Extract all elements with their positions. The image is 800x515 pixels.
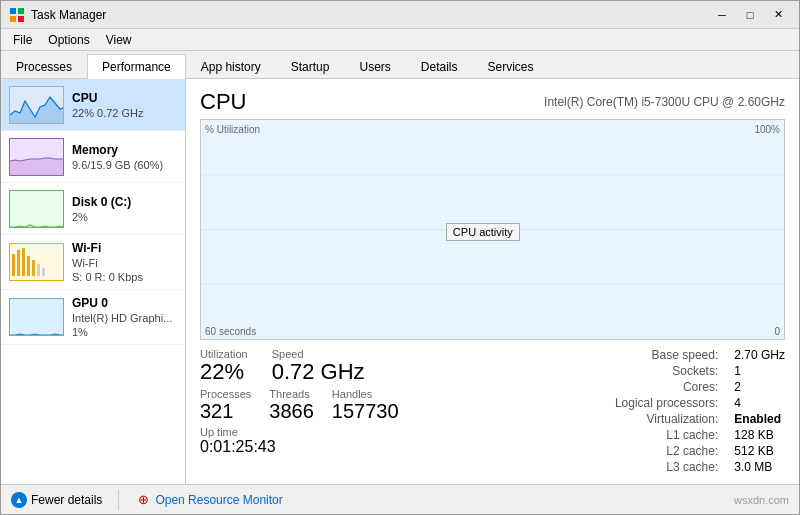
utilization-stat: Utilization 22%	[200, 348, 248, 384]
cpu-thumbnail	[9, 86, 64, 124]
main-title: CPU	[200, 89, 246, 115]
tab-bar: Processes Performance App history Startu…	[1, 51, 799, 79]
cpu-activity-tooltip: CPU activity	[446, 223, 520, 241]
content-area: CPU 22% 0.72 GHz Memory 9.6/15.9 GB (60%…	[1, 79, 799, 484]
window-title: Task Manager	[31, 8, 709, 22]
sidebar-item-wifi[interactable]: Wi-Fi Wi-Fi S: 0 R: 0 Kbps	[1, 235, 185, 290]
main-panel: CPU Intel(R) Core(TM) i5-7300U CPU @ 2.6…	[186, 79, 799, 484]
gpu-sub1: Intel(R) HD Graphi...	[72, 312, 177, 324]
processes-label: Processes	[200, 388, 251, 400]
footer-divider	[118, 490, 119, 510]
rs-l3-value: 3.0 MB	[734, 460, 785, 474]
sidebar-item-gpu[interactable]: GPU 0 Intel(R) HD Graphi... 1%	[1, 290, 185, 345]
rs-l1-label: L1 cache:	[615, 428, 718, 442]
monitor-icon: ⊕	[135, 492, 151, 508]
stats-left-section: Utilization 22% Speed 0.72 GHz Processes…	[200, 348, 585, 474]
sidebar: CPU 22% 0.72 GHz Memory 9.6/15.9 GB (60%…	[1, 79, 186, 484]
rs-virt-label: Virtualization:	[615, 412, 718, 426]
fewer-details-icon: ▲	[11, 492, 27, 508]
chart-y-max: 100%	[754, 124, 780, 135]
svg-rect-7	[27, 256, 30, 276]
rs-cores-label: Cores:	[615, 380, 718, 394]
speed-value: 0.72 GHz	[272, 360, 365, 384]
wifi-sub1: Wi-Fi	[72, 257, 177, 269]
pth-row: Processes 321 Threads 3866 Handles 15773…	[200, 388, 585, 422]
processes-stat: Processes 321	[200, 388, 251, 422]
main-header: CPU Intel(R) Core(TM) i5-7300U CPU @ 2.6…	[200, 89, 785, 115]
rs-sockets-value: 1	[734, 364, 785, 378]
tab-services[interactable]: Services	[473, 54, 549, 78]
handles-label: Handles	[332, 388, 399, 400]
sidebar-item-cpu[interactable]: CPU 22% 0.72 GHz	[1, 79, 185, 131]
title-bar: Task Manager ─ □ ✕	[1, 1, 799, 29]
cpu-info: CPU 22% 0.72 GHz	[72, 91, 177, 119]
sidebar-item-memory[interactable]: Memory 9.6/15.9 GB (60%)	[1, 131, 185, 183]
svg-rect-3	[18, 16, 24, 22]
threads-stat: Threads 3866	[269, 388, 314, 422]
minimize-button[interactable]: ─	[709, 5, 735, 25]
tab-app-history[interactable]: App history	[186, 54, 276, 78]
svg-rect-4	[12, 254, 15, 276]
tab-users[interactable]: Users	[344, 54, 405, 78]
menu-file[interactable]: File	[5, 31, 40, 49]
chart-time-label: 60 seconds	[205, 326, 256, 337]
menu-options[interactable]: Options	[40, 31, 97, 49]
tab-processes[interactable]: Processes	[1, 54, 87, 78]
cpu-chart: % Utilization 100% 0 60 seconds CPU acti…	[200, 119, 785, 340]
uptime-stat: Up time 0:01:25:43	[200, 426, 585, 456]
tab-performance[interactable]: Performance	[87, 54, 186, 79]
processes-value: 321	[200, 400, 251, 422]
svg-rect-1	[18, 8, 24, 14]
gpu-info: GPU 0 Intel(R) HD Graphi... 1%	[72, 296, 177, 338]
chart-y-label: % Utilization	[205, 124, 260, 135]
rs-l1-value: 128 KB	[734, 428, 785, 442]
wifi-label: Wi-Fi	[72, 241, 177, 255]
rs-basespeed-label: Base speed:	[615, 348, 718, 362]
rs-sockets-label: Sockets:	[615, 364, 718, 378]
uptime-value: 0:01:25:43	[200, 438, 585, 456]
menu-view[interactable]: View	[98, 31, 140, 49]
footer: ▲ Fewer details ⊕ Open Resource Monitor …	[1, 484, 799, 514]
svg-rect-5	[17, 250, 20, 276]
memory-info: Memory 9.6/15.9 GB (60%)	[72, 143, 177, 171]
rs-logical-label: Logical processors:	[615, 396, 718, 410]
tab-startup[interactable]: Startup	[276, 54, 345, 78]
cpu-model: Intel(R) Core(TM) i5-7300U CPU @ 2.60GHz	[544, 95, 785, 109]
threads-value: 3866	[269, 400, 314, 422]
rs-l2-label: L2 cache:	[615, 444, 718, 458]
util-speed-row: Utilization 22% Speed 0.72 GHz	[200, 348, 585, 384]
disk-thumbnail	[9, 190, 64, 228]
gpu-label: GPU 0	[72, 296, 177, 310]
open-monitor-link[interactable]: Open Resource Monitor	[155, 493, 282, 507]
uptime-label: Up time	[200, 426, 585, 438]
rs-cores-value: 2	[734, 380, 785, 394]
task-manager-window: Task Manager ─ □ ✕ File Options View Pro…	[0, 0, 800, 515]
wifi-thumbnail	[9, 243, 64, 281]
rs-virt-value: Enabled	[734, 412, 785, 426]
svg-rect-8	[32, 260, 35, 276]
window-controls: ─ □ ✕	[709, 5, 791, 25]
util-value: 22%	[200, 360, 248, 384]
fewer-details-button[interactable]: ▲ Fewer details	[11, 492, 102, 508]
wifi-info: Wi-Fi Wi-Fi S: 0 R: 0 Kbps	[72, 241, 177, 283]
wifi-sub2: S: 0 R: 0 Kbps	[72, 271, 177, 283]
open-monitor-button[interactable]: ⊕ Open Resource Monitor	[135, 492, 282, 508]
svg-rect-6	[22, 248, 25, 276]
app-icon	[9, 7, 25, 23]
memory-label: Memory	[72, 143, 177, 157]
rs-l2-value: 512 KB	[734, 444, 785, 458]
rs-basespeed-value: 2.70 GHz	[734, 348, 785, 362]
svg-rect-9	[37, 264, 40, 276]
disk-label: Disk 0 (C:)	[72, 195, 177, 209]
close-button[interactable]: ✕	[765, 5, 791, 25]
gpu-sub2: 1%	[72, 326, 177, 338]
cpu-label: CPU	[72, 91, 177, 105]
rs-l3-label: L3 cache:	[615, 460, 718, 474]
memory-sub: 9.6/15.9 GB (60%)	[72, 159, 177, 171]
maximize-button[interactable]: □	[737, 5, 763, 25]
sidebar-item-disk[interactable]: Disk 0 (C:) 2%	[1, 183, 185, 235]
menu-bar: File Options View	[1, 29, 799, 51]
svg-rect-10	[42, 268, 45, 276]
svg-rect-0	[10, 8, 16, 14]
tab-details[interactable]: Details	[406, 54, 473, 78]
